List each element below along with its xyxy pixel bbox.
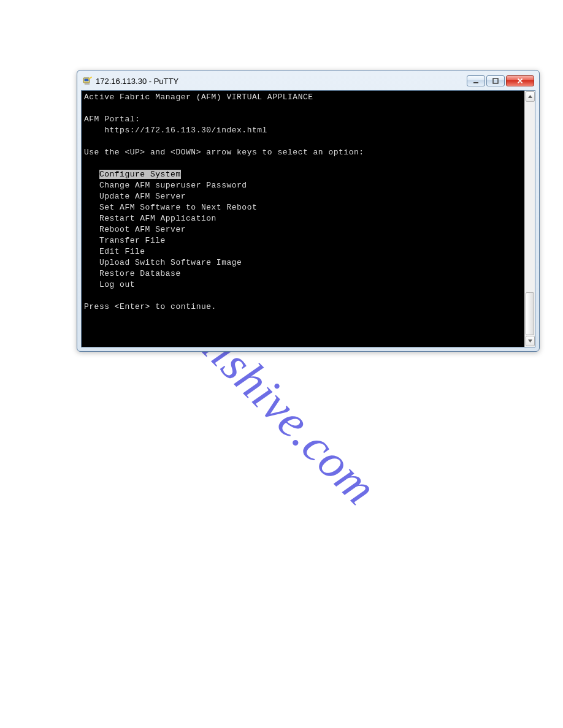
- window-controls: [467, 75, 534, 86]
- svg-rect-3: [473, 82, 478, 83]
- maximize-button[interactable]: [486, 75, 505, 86]
- client-area: Active Fabric Manager (AFM) VIRTUAL APPL…: [81, 90, 535, 347]
- menu-item[interactable]: Upload Switch Software Image: [99, 258, 242, 267]
- menu-item[interactable]: Edit File: [99, 247, 145, 256]
- terminal-output[interactable]: Active Fabric Manager (AFM) VIRTUAL APPL…: [82, 91, 524, 347]
- menu-item[interactable]: Set AFM Software to Next Reboot: [99, 203, 257, 212]
- putty-icon: [82, 76, 92, 86]
- menu-item-selected[interactable]: Configure System: [99, 170, 181, 179]
- menu-item[interactable]: Restart AFM Application: [99, 214, 216, 223]
- menu-item[interactable]: Reboot AFM Server: [99, 225, 186, 234]
- svg-rect-1: [85, 79, 89, 82]
- menu-item[interactable]: Update AFM Server: [99, 192, 186, 201]
- close-button[interactable]: [506, 75, 534, 86]
- titlebar[interactable]: 172.16.113.30 - PuTTY: [81, 74, 535, 90]
- menu-item[interactable]: Transfer File: [99, 236, 166, 245]
- putty-window: 172.16.113.30 - PuTTY Active Fabric Mana…: [77, 70, 540, 352]
- menu-item[interactable]: Change AFM superuser Password: [99, 181, 247, 190]
- scroll-thumb[interactable]: [526, 292, 534, 335]
- menu-item[interactable]: Log out: [99, 280, 135, 289]
- minimize-button[interactable]: [467, 75, 485, 86]
- scroll-up-button[interactable]: [526, 91, 535, 102]
- svg-rect-4: [493, 78, 498, 83]
- window-title: 172.16.113.30 - PuTTY: [96, 77, 467, 86]
- scroll-track[interactable]: [525, 102, 535, 335]
- menu-item[interactable]: Restore Database: [99, 269, 181, 278]
- svg-rect-2: [85, 83, 90, 85]
- scrollbar[interactable]: [524, 91, 535, 347]
- scroll-down-button[interactable]: [526, 336, 535, 346]
